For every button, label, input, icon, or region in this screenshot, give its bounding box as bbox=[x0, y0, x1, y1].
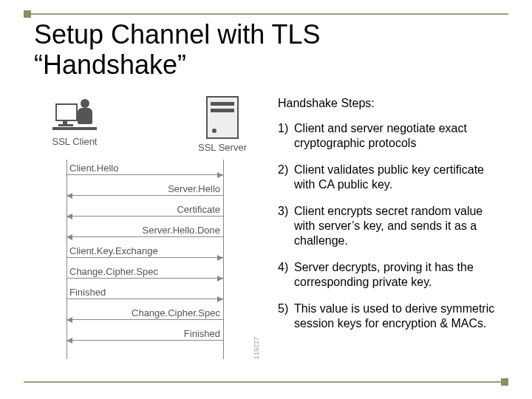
msg-label: Client.Hello bbox=[66, 163, 223, 174]
arrow-right-icon bbox=[66, 299, 223, 299]
arrow-right-icon bbox=[66, 174, 223, 175]
arrow-left-icon bbox=[66, 195, 223, 196]
step-2: 2) Client validates public key certifica… bbox=[278, 163, 504, 192]
step-4: 4) Server decrypts, proving it has the c… bbox=[278, 260, 504, 290]
step-text: Server decrypts, proving it has the corr… bbox=[294, 260, 504, 290]
step-number: 4) bbox=[278, 260, 294, 290]
msg-client-hello: Client.Hello bbox=[66, 163, 223, 175]
msg-label: Server.Hello.Done bbox=[66, 225, 223, 236]
arrow-left-icon bbox=[66, 216, 223, 216]
actor-client: SSL Client bbox=[41, 96, 108, 147]
msg-label: Server.Hello bbox=[66, 183, 223, 194]
msg-label: Change.Cipher.Spec bbox=[66, 307, 223, 318]
corner-bottom-right bbox=[501, 378, 508, 386]
step-text: Client encrypts secret random value with… bbox=[294, 204, 504, 248]
diagram-id: 119227 bbox=[253, 337, 260, 359]
arrow-right-icon bbox=[66, 278, 223, 279]
step-1: 1) Client and server negotiate exact cry… bbox=[278, 121, 504, 151]
msg-certificate: Certificate bbox=[66, 204, 223, 216]
step-3: 3) Client encrypts secret random value w… bbox=[278, 204, 504, 248]
msg-server-hello-done: Server.Hello.Done bbox=[66, 225, 223, 237]
client-label: SSL Client bbox=[41, 136, 108, 147]
steps-column: Handshake Steps: 1) Client and server ne… bbox=[263, 96, 508, 374]
msg-finished-1: Finished bbox=[66, 287, 223, 299]
handshake-diagram: SSL Client SSL Server Client.Hello Serve… bbox=[34, 96, 263, 374]
step-5: 5) This value is used to derive symmetri… bbox=[278, 301, 504, 331]
top-rule bbox=[24, 13, 508, 15]
title-line-1: Setup Channel with TLS bbox=[34, 19, 321, 50]
msg-label: Finished bbox=[66, 287, 223, 298]
lifeline-server bbox=[223, 160, 224, 359]
slide-title: Setup Channel with TLS “Handshake” bbox=[34, 19, 321, 81]
server-rack-icon bbox=[206, 96, 239, 139]
msg-change-cipher-spec-1: Change.Cipher.Spec bbox=[66, 266, 223, 279]
step-text: Client and server negotiate exact crypto… bbox=[294, 121, 504, 151]
slide: Setup Channel with TLS “Handshake” SSL C… bbox=[0, 0, 532, 399]
server-label: SSL Server bbox=[189, 142, 256, 153]
step-number: 2) bbox=[278, 163, 294, 192]
msg-label: Client.Key.Exchange bbox=[66, 245, 223, 256]
step-text: This value is used to derive symmetric s… bbox=[294, 301, 504, 331]
arrow-left-icon bbox=[66, 340, 223, 341]
bottom-rule bbox=[24, 381, 508, 383]
step-number: 1) bbox=[278, 121, 294, 151]
steps-heading: Handshake Steps: bbox=[278, 96, 504, 111]
corner-top-left bbox=[24, 10, 31, 18]
step-number: 3) bbox=[278, 204, 294, 248]
arrow-left-icon bbox=[66, 236, 223, 237]
person-at-computer-icon bbox=[52, 96, 97, 133]
title-line-2: “Handshake” bbox=[34, 50, 186, 80]
msg-client-key-exchange: Client.Key.Exchange bbox=[66, 245, 223, 258]
msg-label: Change.Cipher.Spec bbox=[66, 266, 223, 277]
msg-finished-2: Finished bbox=[66, 328, 223, 341]
step-text: Client validates public key certificate … bbox=[294, 163, 504, 192]
arrow-left-icon bbox=[66, 319, 223, 320]
actor-server: SSL Server bbox=[189, 96, 256, 153]
msg-change-cipher-spec-2: Change.Cipher.Spec bbox=[66, 307, 223, 320]
lifelines: Client.Hello Server.Hello Certificate Se… bbox=[34, 160, 256, 359]
msg-server-hello: Server.Hello bbox=[66, 183, 223, 196]
msg-label: Finished bbox=[66, 328, 223, 339]
msg-label: Certificate bbox=[66, 204, 223, 215]
content-area: SSL Client SSL Server Client.Hello Serve… bbox=[34, 96, 508, 374]
step-number: 5) bbox=[278, 301, 294, 331]
arrow-right-icon bbox=[66, 257, 223, 258]
